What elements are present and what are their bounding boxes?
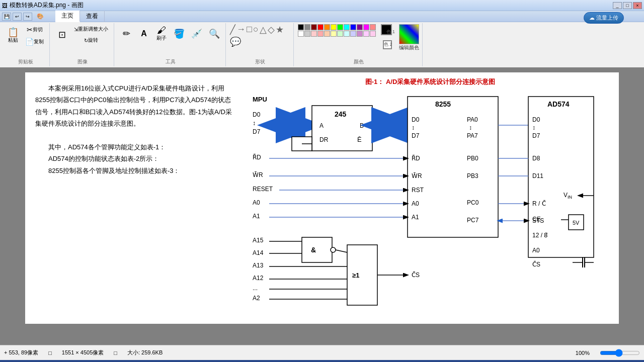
shape-line[interactable]: ╱ bbox=[230, 24, 235, 35]
paste-icon: 📋 bbox=[8, 28, 19, 37]
color-purple[interactable] bbox=[357, 24, 363, 30]
undo-qat-btn[interactable]: ↩ bbox=[13, 13, 22, 21]
mpu-a12: A12 bbox=[253, 275, 264, 282]
line4: 8255控制器各个管脚及地址控制描述如表-3： bbox=[48, 165, 236, 176]
color-lightcyan[interactable] bbox=[344, 31, 350, 37]
color-darkred[interactable] bbox=[311, 24, 317, 30]
ad574-d7: D7 bbox=[532, 132, 540, 139]
redo-qat-btn[interactable]: ↪ bbox=[23, 13, 32, 21]
main-area: 本案例采用16位嵌入式CPU进行A/D采集硬件电路设计，利用8255控制器C口中… bbox=[0, 67, 644, 345]
color-cyan[interactable] bbox=[344, 24, 350, 30]
color2-swatch[interactable]: 色 2 bbox=[383, 40, 392, 49]
shapes-label: 形状 bbox=[255, 57, 265, 65]
8255-pa7: PA7 bbox=[467, 132, 478, 139]
ic245-A: A bbox=[319, 122, 324, 129]
color-magenta[interactable] bbox=[363, 24, 369, 30]
rotate-btn[interactable]: ↻ 旋转 bbox=[71, 35, 111, 45]
diagram-title: 图-1： A/D采集硬件系统设计部分连接示意图 bbox=[247, 77, 614, 86]
mpu-dots: ... bbox=[253, 285, 258, 292]
color-lightpink[interactable] bbox=[311, 31, 317, 37]
pencil-btn[interactable]: ✏ bbox=[118, 28, 134, 40]
color-spectrum[interactable] bbox=[399, 24, 419, 44]
save-qat-btn[interactable]: 💾 bbox=[2, 13, 11, 21]
ad574-arrow: ↕ bbox=[532, 124, 535, 131]
diagram-area: 图-1： A/D采集硬件系统设计部分连接示意图 MPU D0 ↕ D7 bbox=[247, 77, 614, 319]
color-green[interactable] bbox=[337, 24, 343, 30]
ic8255-label: 8255 bbox=[435, 100, 451, 108]
window-title: 模数转换AD采集.png - 画图 bbox=[10, 1, 84, 10]
color-rose[interactable] bbox=[370, 31, 376, 37]
brush-btn[interactable]: 🖌 刷子 bbox=[153, 24, 170, 43]
color1-swatch[interactable]: 色 1 bbox=[381, 24, 392, 35]
and-gate bbox=[302, 237, 332, 262]
color-white[interactable] bbox=[298, 31, 304, 37]
color-yellow[interactable] bbox=[331, 24, 337, 30]
minimize-btn[interactable]: _ bbox=[613, 2, 622, 9]
magnify-btn[interactable]: 🔍 bbox=[206, 28, 222, 40]
canvas-container[interactable]: 本案例采用16位嵌入式CPU进行A/D采集硬件电路设计，利用8255控制器C口中… bbox=[0, 67, 644, 345]
upload-btn[interactable]: ☁ 流量上传 bbox=[584, 12, 624, 24]
shape-rect[interactable]: □ bbox=[247, 24, 252, 35]
color-lightpurple[interactable] bbox=[363, 31, 369, 37]
color-lightgreen[interactable] bbox=[337, 31, 343, 37]
paste-label: 粘贴 bbox=[8, 37, 18, 44]
shape-arrow[interactable]: → bbox=[236, 24, 246, 35]
image-buttons: ⊡ ⇲ 重新调整大小 ↻ 旋转 bbox=[54, 24, 111, 45]
app-icon: 🎨 bbox=[37, 13, 44, 20]
file-size: 大小: 259.6KB bbox=[127, 349, 163, 356]
color-black[interactable] bbox=[298, 24, 304, 30]
ad574-label: AD574 bbox=[547, 100, 570, 108]
color-lavender[interactable] bbox=[350, 31, 356, 37]
color-blue[interactable] bbox=[350, 24, 356, 30]
shape-diamond[interactable]: ◇ bbox=[268, 24, 275, 35]
copy-btn[interactable]: 📄 复制 bbox=[23, 36, 46, 47]
select-btn[interactable]: ⊡ bbox=[54, 29, 70, 41]
cursor-coords: + 553, 89像素 bbox=[4, 349, 38, 356]
ad574-d0: D0 bbox=[532, 116, 540, 123]
8255-pc0: PC0 bbox=[467, 199, 479, 206]
resize-label: 重新调整大小 bbox=[78, 26, 108, 33]
quick-access-toolbar: 💾 ↩ ↪ 🎨 主页 查看 ☁ 流量上传 bbox=[0, 11, 644, 22]
color-lightyellow[interactable] bbox=[331, 31, 337, 37]
eyedropper-btn[interactable]: 💉 bbox=[189, 28, 205, 40]
color-red[interactable] bbox=[317, 24, 324, 30]
zoom-slider[interactable] bbox=[600, 349, 640, 357]
8255-rd: R̄D bbox=[412, 155, 420, 162]
ic245-label: 245 bbox=[335, 110, 347, 118]
maximize-btn[interactable]: □ bbox=[623, 2, 632, 9]
color-pink[interactable] bbox=[370, 24, 376, 30]
color-salmon[interactable] bbox=[317, 31, 324, 37]
tools-group: ✏ A 🖌 刷子 🪣 💉 🔍 工具 bbox=[115, 23, 226, 66]
fill-icon: 🪣 bbox=[174, 29, 185, 38]
v5-label: 5V bbox=[573, 220, 580, 226]
8255-rst: RST bbox=[412, 187, 424, 194]
zoom-level: 100% bbox=[576, 350, 590, 356]
8255-d7: D7 bbox=[412, 132, 420, 139]
shape-triangle[interactable]: △ bbox=[260, 24, 267, 35]
close-btn[interactable]: × bbox=[633, 2, 642, 9]
tab-view[interactable]: 查看 bbox=[80, 11, 105, 22]
resize-icon: ⇲ bbox=[74, 27, 78, 32]
resize-btn[interactable]: ⇲ 重新调整大小 bbox=[71, 24, 111, 34]
shape-callout[interactable]: 💬 bbox=[230, 36, 241, 47]
paste-btn[interactable]: 📋 粘贴 bbox=[5, 26, 21, 45]
color-lightgray[interactable] bbox=[304, 31, 310, 37]
title-bar: 🖼 模数转换AD采集.png - 画图 _ □ × bbox=[0, 0, 644, 11]
color-gray[interactable] bbox=[304, 24, 310, 30]
text-btn[interactable]: A bbox=[136, 28, 152, 39]
taskbar: ⊞ 🌐 📁 🌍 🔍 📊 ✏ 🖼 模数转换AD... 🔊 📶 🔋 20:04 20… bbox=[0, 360, 644, 362]
color-mauve[interactable] bbox=[357, 31, 363, 37]
ad574-d8: D8 bbox=[532, 155, 540, 162]
color-peach[interactable] bbox=[324, 31, 330, 37]
shape-star[interactable]: ★ bbox=[276, 24, 284, 35]
cut-btn[interactable]: ✂ 剪切 bbox=[23, 24, 46, 35]
8255-pa0: PA0 bbox=[467, 116, 478, 123]
fill-btn[interactable]: 🪣 bbox=[171, 28, 187, 40]
color-orange[interactable] bbox=[324, 24, 330, 30]
ad574-sts: STS bbox=[532, 217, 544, 224]
shape-ellipse[interactable]: ○ bbox=[253, 24, 259, 35]
tab-home[interactable]: 主页 bbox=[55, 11, 80, 22]
copy-label: 复制 bbox=[34, 38, 44, 45]
8255-d0: D0 bbox=[412, 116, 420, 123]
image-dimensions: 1551 × 4505像素 bbox=[62, 349, 104, 356]
